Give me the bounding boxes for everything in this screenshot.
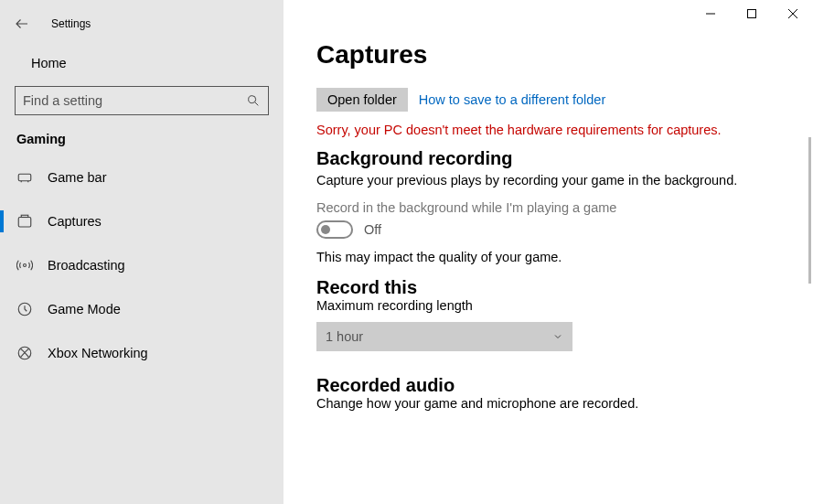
bg-impact-note: This may impact the quality of your game… xyxy=(316,250,765,264)
max-length-dropdown[interactable]: 1 hour xyxy=(316,322,572,351)
nav-label: Game bar xyxy=(48,170,106,185)
svg-point-0 xyxy=(249,96,256,103)
game-bar-icon xyxy=(16,169,33,186)
maximize-icon xyxy=(747,9,756,18)
chevron-down-icon xyxy=(552,331,563,342)
minimize-button[interactable] xyxy=(690,0,731,27)
minimize-icon xyxy=(706,9,715,18)
search-box[interactable] xyxy=(15,86,269,115)
titlebar: Settings xyxy=(0,7,283,40)
dropdown-value: 1 hour xyxy=(326,329,363,344)
nav-label: Captures xyxy=(48,214,102,229)
recorded-audio-title: Recorded audio xyxy=(316,375,765,396)
maximize-button[interactable] xyxy=(731,0,772,27)
recorded-audio-desc: Change how your game and microphone are … xyxy=(316,396,765,411)
nav-label: Broadcasting xyxy=(48,258,125,273)
toggle-state-label: Off xyxy=(364,222,381,237)
close-icon xyxy=(788,9,797,18)
save-different-folder-link[interactable]: How to save to a different folder xyxy=(419,92,605,107)
svg-rect-1 xyxy=(18,174,31,181)
window-controls xyxy=(690,0,813,27)
xbox-icon xyxy=(16,345,33,361)
svg-rect-7 xyxy=(747,10,755,18)
sidebar: Settings Home Gaming Game bar Capt xyxy=(0,0,283,504)
background-recording-desc: Capture your previous plays by recording… xyxy=(316,173,765,188)
background-recording-toggle[interactable] xyxy=(316,220,353,239)
sidebar-item-home[interactable]: Home xyxy=(0,48,283,79)
search-input[interactable] xyxy=(23,93,246,108)
record-this-title: Record this xyxy=(316,277,765,298)
broadcasting-icon xyxy=(16,257,33,273)
svg-rect-2 xyxy=(18,218,31,228)
sidebar-item-game-bar[interactable]: Game bar xyxy=(0,159,283,196)
nav-label: Xbox Networking xyxy=(48,346,148,360)
sidebar-item-game-mode[interactable]: Game Mode xyxy=(0,291,283,327)
open-folder-button[interactable]: Open folder xyxy=(316,88,408,112)
close-button[interactable] xyxy=(772,0,813,27)
home-label: Home xyxy=(31,56,67,70)
svg-point-4 xyxy=(24,264,27,267)
error-message: Sorry, your PC doesn't meet the hardware… xyxy=(316,123,765,137)
background-recording-title: Background recording xyxy=(316,148,765,169)
toggle-knob xyxy=(321,225,330,234)
scrollbar[interactable] xyxy=(808,137,811,284)
max-length-label: Maximum recording length xyxy=(316,298,765,313)
page-title: Captures xyxy=(316,40,765,70)
main-panel: Captures Open folder How to save to a di… xyxy=(283,0,813,504)
captures-icon xyxy=(16,213,33,230)
section-header-gaming: Gaming xyxy=(0,128,283,159)
nav-label: Game Mode xyxy=(48,302,121,316)
app-title: Settings xyxy=(51,17,91,30)
sidebar-item-xbox-networking[interactable]: Xbox Networking xyxy=(0,335,283,371)
sidebar-item-broadcasting[interactable]: Broadcasting xyxy=(0,247,283,284)
content-scroll[interactable]: Captures Open folder How to save to a di… xyxy=(283,0,813,504)
sidebar-item-captures[interactable]: Captures xyxy=(0,203,283,240)
svg-rect-3 xyxy=(21,215,28,217)
back-button[interactable] xyxy=(7,9,37,38)
game-mode-icon xyxy=(16,301,33,317)
arrow-left-icon xyxy=(14,16,30,32)
bg-toggle-label: Record in the background while I'm playi… xyxy=(316,200,765,215)
search-icon xyxy=(246,93,261,108)
